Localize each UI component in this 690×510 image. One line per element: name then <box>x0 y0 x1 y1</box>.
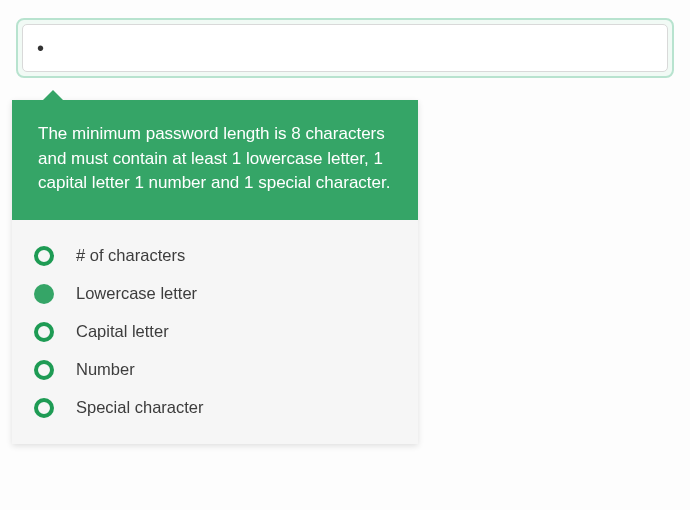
requirement-item: Lowercase letter <box>34 284 396 304</box>
password-input-wrapper <box>16 18 674 78</box>
requirements-list: # of characters Lowercase letter Capital… <box>12 220 418 444</box>
status-unmet-icon <box>34 246 54 266</box>
requirement-label: Special character <box>76 398 203 417</box>
requirement-item: Number <box>34 360 396 380</box>
status-unmet-icon <box>34 360 54 380</box>
requirement-label: Lowercase letter <box>76 284 197 303</box>
status-met-icon <box>34 284 54 304</box>
tooltip-arrow-icon <box>42 90 64 101</box>
status-unmet-icon <box>34 398 54 418</box>
requirement-item: Capital letter <box>34 322 396 342</box>
requirement-item: # of characters <box>34 246 396 266</box>
password-requirements-tooltip: The minimum password length is 8 charact… <box>12 100 418 444</box>
requirement-label: Capital letter <box>76 322 169 341</box>
requirement-label: Number <box>76 360 135 379</box>
requirement-item: Special character <box>34 398 396 418</box>
status-unmet-icon <box>34 322 54 342</box>
requirement-label: # of characters <box>76 246 185 265</box>
tooltip-description: The minimum password length is 8 charact… <box>12 100 418 220</box>
password-input[interactable] <box>22 24 668 72</box>
